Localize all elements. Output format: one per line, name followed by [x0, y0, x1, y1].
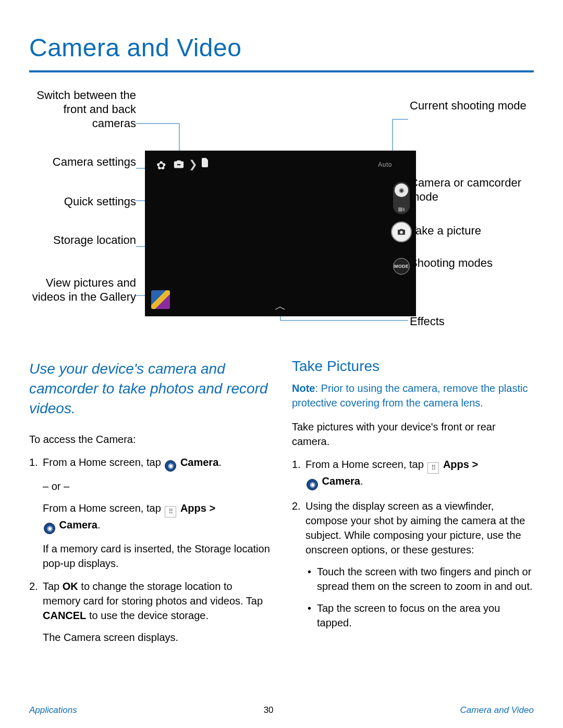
camera-camcorder-toggle: ◉: [393, 182, 410, 214]
mode-button: MODE: [393, 258, 410, 275]
camera-app-icon: ◉: [307, 479, 318, 490]
page-title: Camera and Video: [29, 21, 534, 72]
label-effects: Effects: [410, 314, 445, 328]
right-step-1: 1. From a Home screen, tap ⠿ Apps > ◉ Ca…: [292, 457, 534, 490]
camera-mode-icon: ◉: [395, 183, 408, 197]
camera-app-icon: ◉: [44, 523, 55, 534]
step-1: 1. From a Home screen, tap ◉ Camera. – o…: [29, 455, 271, 571]
right-column: Take Pictures Note: Prior to using the c…: [292, 359, 534, 653]
label-quick-settings: Quick settings: [64, 194, 136, 208]
label-switch-cameras: Switch between the front and back camera…: [29, 88, 136, 130]
chevron-up-icon: ︿: [275, 299, 286, 314]
page-footer: Applications 30 Camera and Video: [0, 705, 563, 715]
storage-icon: [202, 158, 208, 167]
access-heading: To access the Camera:: [29, 432, 271, 447]
right-step-2: 2. Using the display screen as a viewfin…: [292, 499, 534, 637]
camera-diagram: Switch between the front and back camera…: [29, 88, 534, 349]
video-mode-icon: [398, 205, 405, 210]
label-shooting-modes: Shooting modes: [410, 256, 493, 270]
camera-screenshot: ✿ ❯ Auto ◉ MODE ︿: [145, 151, 416, 316]
apps-icon: ⠿: [427, 462, 439, 474]
label-storage-location: Storage location: [53, 233, 136, 247]
note-text: Note: Prior to using the camera, remove …: [292, 381, 534, 410]
footer-page-number: 30: [264, 705, 274, 715]
left-column: Use your device's camera and camcorder t…: [29, 359, 271, 653]
shutter-button: [391, 221, 412, 242]
camera-app-icon: ◉: [165, 460, 176, 472]
take-body: Take pictures with your device's front o…: [292, 419, 534, 449]
take-pictures-heading: Take Pictures: [292, 359, 534, 374]
chevron-right-icon: ❯: [189, 158, 198, 170]
auto-mode-label: Auto: [378, 161, 392, 168]
label-view-gallery: View pictures and videos in the Gallery: [29, 276, 136, 304]
label-camera-settings: Camera settings: [53, 155, 136, 169]
camera-icon: [397, 228, 406, 236]
gesture-pinch: Touch the screen with two fingers and pi…: [305, 564, 534, 594]
gallery-thumbnail: [151, 290, 170, 309]
footer-topic: Camera and Video: [460, 705, 534, 715]
label-take-picture: Take a picture: [410, 224, 481, 238]
label-cam-camcorder: Camera or camcorder mode: [410, 176, 535, 204]
gesture-tap-focus: Tap the screen to focus on the area you …: [305, 601, 534, 630]
switch-camera-icon: [173, 159, 185, 170]
gear-icon: ✿: [156, 159, 166, 172]
footer-section: Applications: [29, 705, 77, 715]
apps-icon: ⠿: [165, 506, 176, 517]
step-2: 2. Tap OK to change the storage location…: [29, 579, 271, 645]
label-current-mode: Current shooting mode: [410, 98, 527, 113]
intro-text: Use your device's camera and camcorder t…: [29, 359, 271, 418]
